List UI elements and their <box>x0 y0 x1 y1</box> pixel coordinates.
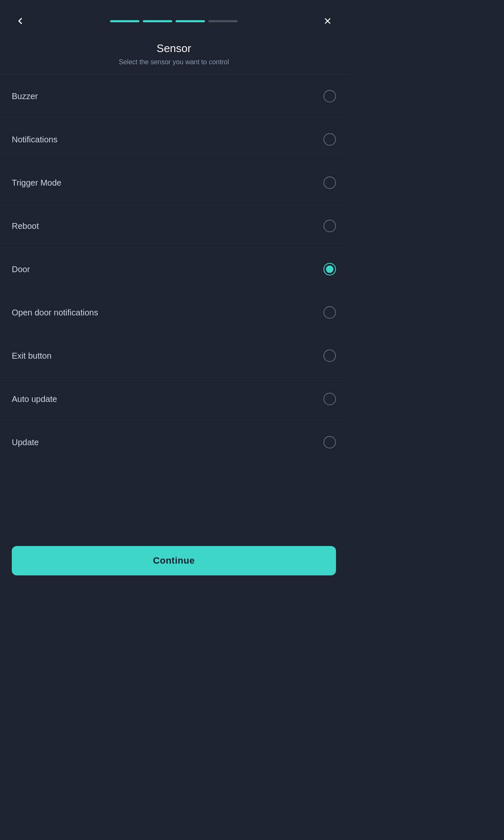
continue-section: Continue <box>0 538 348 588</box>
title-section: Sensor Select the sensor you want to con… <box>0 38 348 74</box>
continue-button[interactable]: Continue <box>12 546 336 575</box>
sensor-label-notifications: Notifications <box>12 135 58 144</box>
sensor-label-reboot: Reboot <box>12 221 39 231</box>
sensor-label-auto_update: Auto update <box>12 394 57 404</box>
close-button[interactable] <box>319 13 336 29</box>
sensor-list: BuzzerNotificationsTrigger ModeRebootDoo… <box>0 75 348 538</box>
radio-buzzer[interactable] <box>323 90 336 102</box>
sensor-label-open_door_notifications: Open door notifications <box>12 308 98 318</box>
sensor-label-trigger_mode: Trigger Mode <box>12 178 61 188</box>
sensor-item-notifications[interactable]: Notifications <box>0 118 348 161</box>
header <box>0 0 348 38</box>
radio-trigger_mode[interactable] <box>323 176 336 189</box>
sensor-item-auto_update[interactable]: Auto update <box>0 378 348 421</box>
sensor-label-buzzer: Buzzer <box>12 92 38 101</box>
radio-open_door_notifications[interactable] <box>323 306 336 319</box>
radio-reboot[interactable] <box>323 220 336 232</box>
radio-update[interactable] <box>323 436 336 449</box>
radio-exit_button[interactable] <box>323 349 336 362</box>
sensor-item-door[interactable]: Door <box>0 248 348 291</box>
sensor-item-reboot[interactable]: Reboot <box>0 205 348 248</box>
sensor-item-exit_button[interactable]: Exit button <box>0 334 348 378</box>
sensor-label-door: Door <box>12 265 30 274</box>
back-button[interactable] <box>12 13 29 29</box>
sensor-item-buzzer[interactable]: Buzzer <box>0 75 348 118</box>
radio-notifications[interactable] <box>323 133 336 146</box>
sensor-label-update: Update <box>12 438 39 447</box>
sensor-label-exit_button: Exit button <box>12 351 52 361</box>
progress-step-4 <box>208 20 238 22</box>
progress-step-1 <box>110 20 139 22</box>
page-subtitle: Select the sensor you want to control <box>12 58 336 66</box>
sensor-item-update[interactable]: Update <box>0 421 348 464</box>
page-title: Sensor <box>12 42 336 55</box>
progress-step-2 <box>143 20 172 22</box>
progress-step-3 <box>176 20 205 22</box>
radio-door[interactable] <box>323 263 336 276</box>
radio-auto_update[interactable] <box>323 393 336 405</box>
sensor-item-trigger_mode[interactable]: Trigger Mode <box>0 161 348 205</box>
sensor-item-open_door_notifications[interactable]: Open door notifications <box>0 291 348 334</box>
progress-bar <box>110 20 238 22</box>
